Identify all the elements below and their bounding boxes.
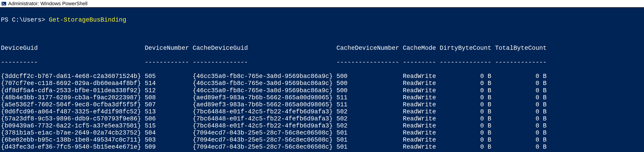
table-row: {a5e5362f-7602-504f-9ec8-0cfba3df5f5f} 5… [1, 101, 643, 108]
table-row: {b09439a6-7732-6a22-1cf5-a37e5ea37501} 5… [1, 123, 643, 130]
command-text: Get-StorageBusBinding [49, 16, 126, 23]
table-rows: {3ddcff2c-b767-da61-4e68-c2a36071524b} 5… [1, 73, 643, 151]
prompt-line: PS C:\Users> Get-StorageBusBinding [1, 16, 643, 24]
blank-line [1, 31, 643, 38]
terminal-pane[interactable]: PS C:\Users> Get-StorageBusBinding Devic… [0, 8, 644, 152]
table-row: {707cf7ee-c118-6692-029a-db60eaa4f8bf} 5… [1, 80, 643, 87]
table-row: {d43fec3d-ef36-7fc5-9540-5b15ee4e671e} 5… [1, 144, 643, 151]
window-titlebar[interactable]: Administrator: Windows PowerShell [0, 0, 644, 8]
table-separator-line: ---------- ------------ --------------- … [1, 59, 643, 66]
table-row: {3781b1a5-e1ac-b7ae-2649-02a74cb23752} 5… [1, 130, 643, 137]
window-title: Administrator: Windows PowerShell [8, 1, 88, 6]
table-row: {3ddcff2c-b767-da61-4e68-c2a36071524b} 5… [1, 73, 643, 80]
table-row: {df8df5a4-cdfa-2533-bfbe-011dea338f92} 5… [1, 87, 643, 94]
prompt-text: PS C:\Users> [1, 16, 49, 23]
powershell-icon [1, 1, 6, 6]
table-header-line: DeviceGuid DeviceNumber CacheDeviceGuid … [1, 45, 643, 52]
table-row: {48b4e3bb-3177-6289-cb3a-f9ac20223987} 5… [1, 94, 643, 101]
table-row: {57a23df8-9c53-9896-ddb9-c570793f9e86} 5… [1, 115, 643, 123]
table-row: {0d6fcd96-a064-f487-3325-ef4d1f98fc52} 5… [1, 108, 643, 115]
table-row: {6be02ebb-b95c-138b-1be8-495347c0c711} 5… [1, 137, 643, 144]
